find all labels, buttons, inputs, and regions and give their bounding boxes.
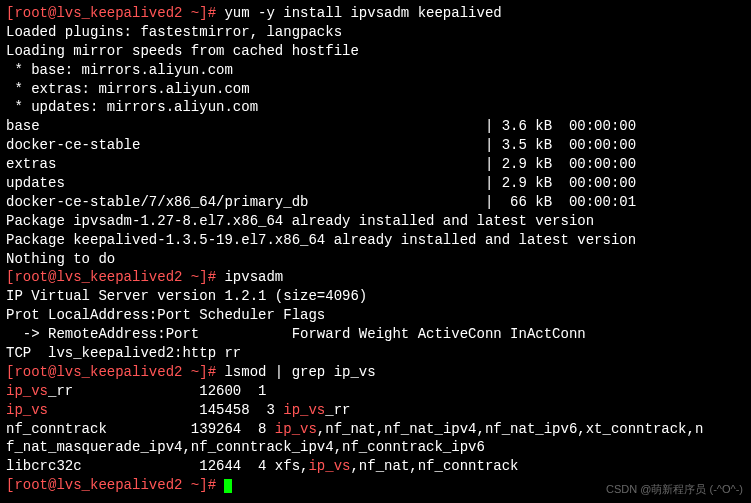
match-highlight: ip_vs: [283, 402, 325, 418]
repo-line: docker-ce-stable | 3.5 kB 00:00:00: [6, 136, 745, 155]
prompt: [root@lvs_keepalived2 ~]#: [6, 477, 224, 493]
module-line: ip_vs 145458 3 ip_vs_rr: [6, 401, 745, 420]
output-line: Nothing to do: [6, 250, 745, 269]
module-line: nf_conntrack 139264 8 ip_vs,nf_nat,nf_na…: [6, 420, 745, 439]
terminal-line: [root@lvs_keepalived2 ~]# yum -y install…: [6, 4, 745, 23]
output-line: * extras: mirrors.aliyun.com: [6, 80, 745, 99]
match-highlight: ip_vs: [6, 402, 48, 418]
match-highlight: ip_vs: [6, 383, 48, 399]
terminal-line: [root@lvs_keepalived2 ~]# lsmod | grep i…: [6, 363, 745, 382]
output-line: Prot LocalAddress:Port Scheduler Flags: [6, 306, 745, 325]
output-line: Loaded plugins: fastestmirror, langpacks: [6, 23, 745, 42]
command-text: ipvsadm: [224, 269, 283, 285]
module-line: ip_vs_rr 12600 1: [6, 382, 745, 401]
repo-line: updates | 2.9 kB 00:00:00: [6, 174, 745, 193]
repo-line: base | 3.6 kB 00:00:00: [6, 117, 745, 136]
output-line: Loading mirror speeds from cached hostfi…: [6, 42, 745, 61]
output-line: * updates: mirrors.aliyun.com: [6, 98, 745, 117]
output-line: Package ipvsadm-1.27-8.el7.x86_64 alread…: [6, 212, 745, 231]
match-highlight: ip_vs: [275, 421, 317, 437]
output-line: * base: mirrors.aliyun.com: [6, 61, 745, 80]
match-highlight: ip_vs: [308, 458, 350, 474]
prompt: [root@lvs_keepalived2 ~]#: [6, 364, 224, 380]
command-text: lsmod | grep ip_vs: [224, 364, 375, 380]
terminal-line: [root@lvs_keepalived2 ~]# ipvsadm: [6, 268, 745, 287]
command-text: yum -y install ipvsadm keepalived: [224, 5, 501, 21]
output-line: TCP lvs_keepalived2:http rr: [6, 344, 745, 363]
cursor-icon: [224, 479, 232, 493]
repo-line: extras | 2.9 kB 00:00:00: [6, 155, 745, 174]
repo-line: docker-ce-stable/7/x86_64/primary_db | 6…: [6, 193, 745, 212]
output-line: IP Virtual Server version 1.2.1 (size=40…: [6, 287, 745, 306]
module-line: libcrc32c 12644 4 xfs,ip_vs,nf_nat,nf_co…: [6, 457, 745, 476]
watermark-text: CSDN @萌新程序员 (-^O^-): [606, 482, 743, 497]
prompt: [root@lvs_keepalived2 ~]#: [6, 5, 224, 21]
prompt: [root@lvs_keepalived2 ~]#: [6, 269, 224, 285]
output-line: -> RemoteAddress:Port Forward Weight Act…: [6, 325, 745, 344]
output-line: Package keepalived-1.3.5-19.el7.x86_64 a…: [6, 231, 745, 250]
module-line: f_nat_masquerade_ipv4,nf_conntrack_ipv4,…: [6, 438, 745, 457]
